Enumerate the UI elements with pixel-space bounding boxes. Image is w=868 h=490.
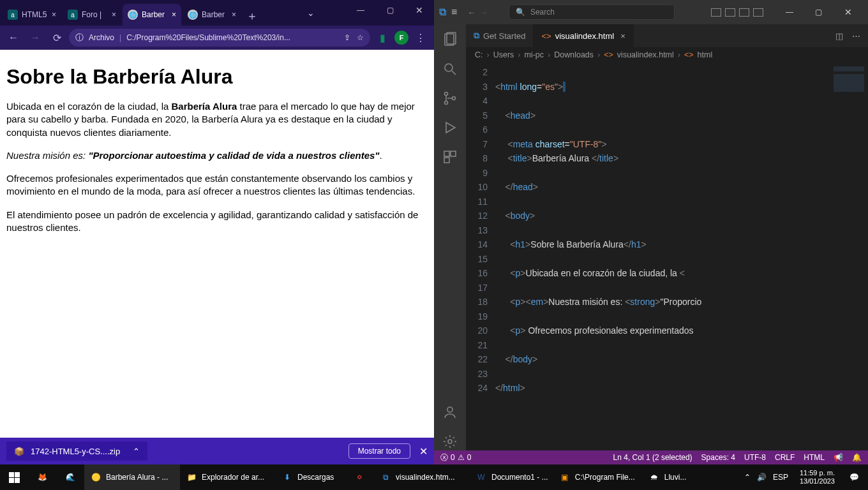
- svg-rect-10: [444, 158, 449, 163]
- browser-tab[interactable]: a Foro | ×: [63, 4, 121, 26]
- eol[interactable]: CRLF: [775, 453, 795, 462]
- extensions-icon[interactable]: [441, 148, 459, 166]
- run-debug-icon[interactable]: [441, 119, 459, 137]
- nav-back-button[interactable]: ←: [467, 8, 475, 17]
- bookmark-icon[interactable]: ☆: [357, 33, 364, 42]
- indentation[interactable]: Spaces: 4: [701, 453, 735, 462]
- taskbar-app-sublime[interactable]: ▣C:\Program File...: [553, 464, 643, 490]
- taskbar-app-edge[interactable]: 🌊: [56, 464, 84, 490]
- problems-button[interactable]: ⓧ0 ⚠0: [440, 452, 471, 463]
- forward-button[interactable]: →: [26, 28, 45, 47]
- volume-icon[interactable]: 🔊: [757, 473, 767, 482]
- address-bar[interactable]: ⓘ Archivo | C:/Program%20Files/Sublime%2…: [69, 29, 370, 47]
- cursor-position[interactable]: Ln 4, Col 1 (2 selected): [613, 453, 692, 462]
- reload-button[interactable]: ⟳: [47, 28, 66, 47]
- split-editor-icon[interactable]: ◫: [835, 31, 843, 41]
- window-maximize-button[interactable]: ▢: [375, 0, 405, 20]
- browser-tab-active[interactable]: 🌐 Barber ×: [123, 4, 181, 26]
- system-tray[interactable]: ⌃ 🔊 ESP: [738, 473, 795, 482]
- browser-menu-button[interactable]: ⋮: [411, 28, 430, 47]
- search-icon[interactable]: [441, 60, 459, 78]
- line-number-gutter[interactable]: 23456789101112131415161718192021222324: [466, 63, 495, 450]
- window-close-button[interactable]: ✕: [405, 0, 434, 20]
- editor-tab-get-started[interactable]: ⧉ Get Started: [466, 24, 534, 47]
- chevron-up-icon[interactable]: ⌃: [133, 447, 140, 456]
- start-button[interactable]: [0, 464, 28, 490]
- nav-forward-button[interactable]: →: [479, 8, 488, 17]
- browser-tab[interactable]: a HTML5 ×: [3, 4, 61, 26]
- svg-point-5: [445, 101, 448, 105]
- taskbar-app-file-explorer[interactable]: 📁Explorador de ar...: [180, 464, 276, 490]
- window-minimize-button[interactable]: —: [775, 2, 804, 22]
- file-icon: 📦: [14, 447, 24, 456]
- layout-icon[interactable]: [753, 8, 763, 17]
- tab-close-icon[interactable]: ×: [620, 31, 625, 41]
- layout-controls[interactable]: [711, 8, 763, 17]
- minimap[interactable]: [830, 63, 868, 450]
- show-all-downloads-button[interactable]: Mostrar todo: [348, 443, 410, 459]
- tab-overflow-icon[interactable]: ⌄: [301, 0, 320, 26]
- notifications-icon[interactable]: 🔔: [852, 453, 862, 462]
- tab-label: Barber: [142, 10, 165, 19]
- taskbar-app-chrome[interactable]: 🟡Barbería Alura - ...: [84, 464, 180, 490]
- code-editor[interactable]: <html long="es"> <head> <meta charset="U…: [495, 63, 830, 450]
- taskbar-app-vscode[interactable]: ⧉visualindex.htm...: [374, 464, 470, 490]
- extension-icon[interactable]: ▮: [373, 28, 392, 47]
- taskbar-app-firefox[interactable]: 🦊: [28, 464, 56, 490]
- site-info-icon[interactable]: ⓘ: [75, 32, 84, 43]
- action-center-icon[interactable]: 💬: [840, 464, 868, 490]
- language-mode[interactable]: HTML: [804, 453, 825, 462]
- profile-avatar[interactable]: F: [394, 31, 408, 45]
- source-control-icon[interactable]: [441, 89, 459, 107]
- layout-icon[interactable]: [739, 8, 749, 17]
- favicon-globe-icon: 🌐: [128, 10, 138, 20]
- search-icon: 🔍: [516, 8, 525, 17]
- layout-icon[interactable]: [711, 8, 721, 17]
- explorer-icon[interactable]: [441, 31, 459, 48]
- taskbar-app-word[interactable]: WDocumento1 - ...: [470, 464, 553, 490]
- new-tab-button[interactable]: ＋: [243, 6, 262, 26]
- tab-close-icon[interactable]: ×: [172, 10, 176, 19]
- vscode-logo-icon: ⧉: [439, 6, 446, 18]
- encoding[interactable]: UTF-8: [744, 453, 766, 462]
- command-center-search[interactable]: 🔍 Search: [509, 4, 675, 20]
- addr-scheme: Archivo: [89, 33, 114, 42]
- page-content: Sobre la Barbería Alura Ubicada en el co…: [0, 50, 434, 438]
- breadcrumbs[interactable]: C:› Users› mi-pc› Downloads› <> visualin…: [466, 47, 868, 63]
- editor-tabs: ⧉ Get Started <> visualindex.html × ◫ ⋯: [466, 24, 868, 47]
- download-item[interactable]: 📦 1742-HTML5-y-CS....zip ⌃: [6, 442, 147, 461]
- tab-close-icon[interactable]: ×: [232, 10, 236, 19]
- page-paragraph: Nuestra misión es: "Proporcionar autoest…: [6, 149, 428, 162]
- taskbar-app-unknown[interactable]: ⭘: [346, 464, 374, 490]
- back-button[interactable]: ←: [4, 28, 23, 47]
- more-actions-icon[interactable]: ⋯: [852, 31, 860, 41]
- settings-gear-icon[interactable]: [441, 433, 459, 450]
- taskbar-clock[interactable]: 11:59 p. m. 13/01/2023: [795, 469, 840, 485]
- editor-tab-file[interactable]: <> visualindex.html ×: [534, 24, 633, 47]
- error-icon: ⓧ: [440, 452, 448, 463]
- accounts-icon[interactable]: [441, 403, 459, 421]
- tab-close-icon[interactable]: ×: [52, 10, 56, 19]
- warning-icon: ⚠: [458, 453, 465, 462]
- tab-label: Foro |: [82, 10, 101, 19]
- feedback-icon[interactable]: 📢: [834, 453, 843, 462]
- taskbar-weather[interactable]: 🌧Lluvi...: [643, 464, 700, 490]
- svg-point-6: [453, 97, 456, 100]
- tab-close-icon[interactable]: ×: [112, 10, 116, 19]
- window-close-button[interactable]: ✕: [834, 2, 863, 22]
- language-indicator[interactable]: ESP: [773, 473, 788, 482]
- window-maximize-button[interactable]: ▢: [804, 2, 834, 22]
- layout-icon[interactable]: [725, 8, 735, 17]
- html-node-icon: <>: [684, 50, 694, 59]
- hamburger-menu-button[interactable]: ≡: [451, 6, 457, 18]
- tray-overflow-icon[interactable]: ⌃: [744, 473, 751, 482]
- tab-label: visualindex.html: [555, 31, 615, 41]
- browser-tab[interactable]: 🌐 Barber ×: [183, 4, 241, 26]
- tab-label: Get Started: [483, 31, 525, 41]
- taskbar-app-downloads[interactable]: ⬇Descargas: [276, 464, 346, 490]
- close-downloads-bar-button[interactable]: ✕: [419, 445, 428, 457]
- tab-label: HTML5: [22, 10, 47, 19]
- share-icon[interactable]: ⇪: [344, 33, 350, 42]
- html-file-icon: <>: [604, 50, 613, 59]
- window-minimize-button[interactable]: —: [346, 0, 375, 20]
